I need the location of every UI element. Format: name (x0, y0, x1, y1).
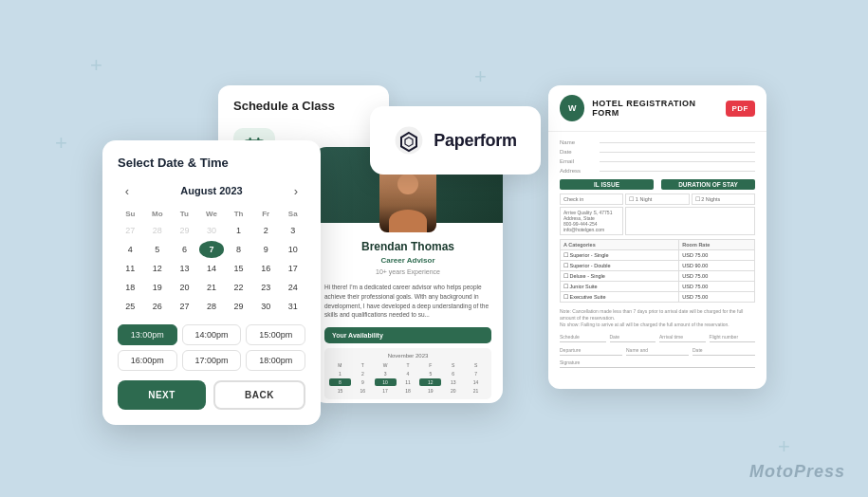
calendar-day[interactable]: 20 (172, 279, 197, 296)
pdf-badge: PDF (726, 101, 756, 117)
calendar-day[interactable]: 13 (172, 260, 197, 277)
prev-month-button[interactable]: ‹ (118, 181, 137, 200)
next-month-button[interactable]: › (286, 181, 305, 200)
avail-day: 19 (419, 387, 441, 395)
calendar-day[interactable]: 19 (145, 279, 171, 296)
calendar-day[interactable]: 24 (280, 279, 305, 296)
calendar-day-today[interactable]: 7 (199, 241, 225, 258)
datetime-picker-card: Select Date & Time ‹ August 2023 › Su Mo… (102, 140, 321, 425)
avail-day: 1 (329, 370, 351, 377)
schedule-card-title: Schedule a Class (233, 99, 335, 113)
avail-day: 18 (397, 387, 419, 395)
time-slot-1600[interactable]: 16:00pm (118, 350, 177, 371)
hotel-signature-fields: Schedule Date Arrival time Flight number (560, 334, 755, 342)
hotel-logo: W (560, 95, 584, 121)
calendar-day[interactable]: 31 (280, 298, 305, 315)
avail-day: 15 (329, 387, 351, 395)
hotel-field-date: Date (560, 149, 755, 155)
day-header-we: We (199, 208, 225, 220)
calendar-day[interactable]: 28 (199, 298, 225, 315)
avail-day: T (352, 361, 374, 369)
hotel-section-duration: DURATION OF STAY (661, 179, 755, 190)
calendar-day[interactable]: 10 (280, 241, 305, 258)
hotel-section-issue: IL ISSUE (560, 179, 654, 190)
calendar-day[interactable]: 11 (118, 260, 143, 277)
time-slot-1300[interactable]: 13:00pm (118, 324, 177, 345)
datetime-buttons: NEXT BACK (118, 380, 305, 410)
calendar-day[interactable]: 6 (172, 241, 197, 258)
datetime-header: Select Date & Time (118, 156, 305, 170)
calendar-day[interactable]: 12 (145, 260, 171, 277)
avail-day: 3 (375, 370, 397, 377)
day-header-sa: Sa (280, 208, 305, 220)
time-slot-1700[interactable]: 17:00pm (182, 350, 242, 371)
calendar-day[interactable]: 4 (118, 241, 143, 258)
calendar-day[interactable]: 1 (226, 222, 251, 239)
calendar-day[interactable]: 26 (145, 298, 171, 315)
decorative-plus: + (778, 436, 790, 457)
avail-day-active[interactable]: 8 (329, 378, 351, 386)
calendar-day[interactable]: 5 (145, 241, 171, 258)
decorative-plus: + (474, 66, 487, 87)
calendar-day[interactable]: 27 (172, 298, 197, 315)
calendar-day[interactable]: 30 (199, 222, 225, 239)
calendar-day[interactable]: 25 (118, 298, 143, 315)
hotel-form-body: Name Date Email Address IL ISSUE DURATIO… (548, 132, 766, 376)
calendar-day[interactable]: 14 (199, 260, 225, 277)
back-button[interactable]: BACK (213, 380, 305, 410)
calendar-day[interactable]: 29 (172, 222, 197, 239)
calendar-day[interactable]: 8 (226, 241, 251, 258)
career-content: Brendan Thomas Career Advisor 10+ years … (313, 223, 503, 403)
calendar-day[interactable]: 17 (280, 260, 305, 277)
paperform-logo-icon (394, 125, 424, 156)
time-slot-1400[interactable]: 14:00pm (182, 324, 242, 345)
day-header-tu: Tu (172, 208, 197, 220)
calendar-day[interactable]: 29 (226, 298, 251, 315)
avail-day: S (465, 361, 487, 369)
career-advisor-card: Brendan Thomas Career Advisor 10+ years … (313, 147, 503, 403)
day-header-su: Su (118, 208, 143, 220)
next-button[interactable]: NEXT (118, 380, 206, 410)
avail-day: 9 (352, 378, 374, 386)
table-header-category: A Categories (561, 240, 679, 250)
calendar-day[interactable]: 9 (253, 241, 279, 258)
avail-day: S (442, 361, 464, 369)
availability-label: Your Availability (324, 327, 491, 343)
avail-month: November 2023 (329, 353, 487, 359)
calendar-day[interactable]: 18 (118, 279, 143, 296)
avail-day: 11 (397, 378, 419, 386)
time-slot-1800[interactable]: 18:00pm (246, 350, 305, 371)
time-slot-1500[interactable]: 15:00pm (246, 324, 305, 345)
avail-day-active[interactable]: 10 (375, 378, 397, 386)
hotel-field-address: Address (560, 168, 755, 174)
table-row: ☐ Deluxe - Single USD 75.00 (561, 271, 755, 282)
motopress-brand: MotoPress (749, 462, 845, 482)
career-photo (379, 166, 436, 232)
avail-day-active[interactable]: 12 (419, 378, 441, 386)
person-avatar (379, 166, 436, 232)
calendar-day[interactable]: 23 (253, 279, 279, 296)
calendar-day[interactable]: 16 (253, 260, 279, 277)
calendar-day[interactable]: 27 (118, 222, 143, 239)
decorative-plus: + (90, 55, 102, 76)
calendar-grid: Su Mo Tu We Th Fr Sa 27 28 29 30 1 2 3 4… (118, 208, 305, 315)
calendar-day[interactable]: 28 (145, 222, 171, 239)
avail-day: 21 (465, 387, 487, 395)
avail-day: 13 (442, 378, 464, 386)
calendar-day[interactable]: 2 (253, 222, 279, 239)
avail-day: 14 (465, 378, 487, 386)
avail-day: 6 (442, 370, 464, 377)
calendar-day[interactable]: 3 (280, 222, 305, 239)
avail-cal-grid: M T W T F S S 1 2 3 4 5 6 7 8 (329, 361, 487, 395)
calendar-day[interactable]: 30 (253, 298, 279, 315)
calendar-nav: ‹ August 2023 › (118, 181, 305, 200)
hotel-signature-row2: Departure Name and Date Signature (560, 347, 755, 368)
hotel-room-table: A Categories Room Rate ☐ Superior - Sing… (560, 239, 755, 303)
hotel-cancellation-note: Note: Cancellation made less than 7 days… (560, 308, 755, 328)
calendar-day[interactable]: 21 (199, 279, 225, 296)
calendar-day[interactable]: 22 (226, 279, 251, 296)
calendar-day[interactable]: 15 (226, 260, 251, 277)
hotel-card-header: W HOTEL REGISTRATION FORM PDF (548, 85, 766, 132)
avail-day: T (397, 361, 419, 369)
hotel-duration-fields: Check in ☐ 1 Night ☐ 2 Nights Arrive Qua… (560, 193, 755, 235)
